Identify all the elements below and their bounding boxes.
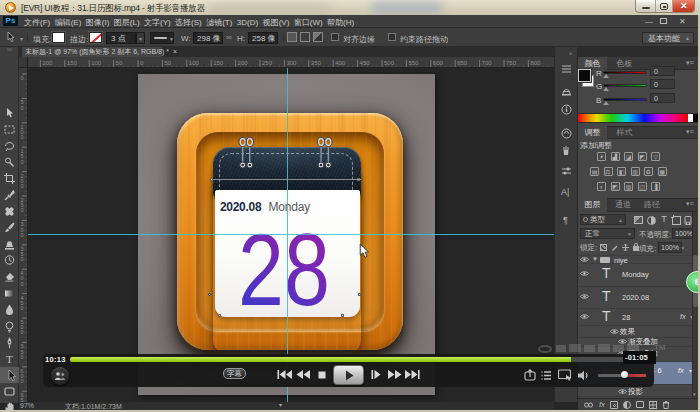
svg-text:0: 0	[140, 60, 144, 66]
svg-text:200: 200	[238, 60, 249, 66]
svg-text:0: 0	[21, 75, 24, 81]
svg-text:0: 0	[21, 378, 24, 384]
svg-text:400: 400	[335, 60, 346, 66]
svg-text:200: 200	[42, 60, 53, 66]
svg-text:0: 0	[21, 232, 24, 238]
svg-text:150: 150	[213, 60, 224, 66]
svg-text:600: 600	[433, 60, 444, 66]
svg-text:A|: A|	[561, 187, 569, 197]
svg-text:0: 0	[21, 305, 24, 311]
svg-text:100: 100	[189, 60, 200, 66]
svg-text:250: 250	[262, 60, 273, 66]
svg-text:0: 0	[21, 256, 24, 262]
svg-text:150: 150	[67, 60, 78, 66]
svg-text:550: 550	[408, 60, 419, 66]
svg-text:0: 0	[21, 183, 24, 189]
svg-text:0: 0	[21, 354, 24, 360]
svg-text:350: 350	[311, 60, 322, 66]
svg-text:0: 0	[21, 105, 24, 111]
svg-text:0: 0	[21, 134, 24, 140]
svg-text:650: 650	[457, 60, 468, 66]
svg-text:0: 0	[21, 207, 24, 213]
svg-text:750: 750	[506, 60, 517, 66]
svg-text:0: 0	[21, 281, 24, 287]
svg-text:500: 500	[384, 60, 395, 66]
svg-text:300: 300	[286, 60, 297, 66]
svg-text:0: 0	[21, 159, 24, 165]
svg-text:700: 700	[482, 60, 493, 66]
svg-text:50: 50	[164, 60, 171, 66]
svg-text:T: T	[6, 353, 13, 365]
svg-text:0: 0	[21, 329, 24, 335]
svg-text:¶: ¶	[563, 215, 568, 225]
svg-text:50: 50	[116, 60, 123, 66]
svg-text:450: 450	[360, 60, 371, 66]
svg-text:100: 100	[91, 60, 102, 66]
svg-text:800: 800	[530, 60, 541, 66]
